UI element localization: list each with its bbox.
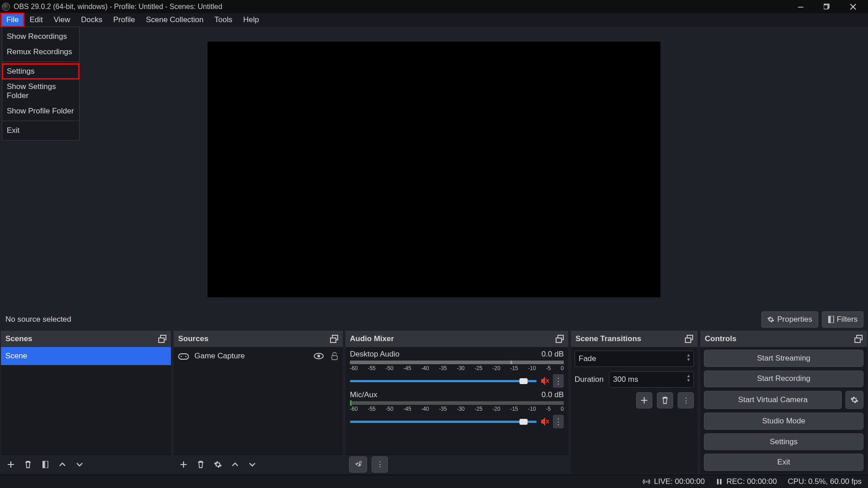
start-recording-button[interactable]: Start Recording <box>704 371 863 388</box>
audio-volume-slider[interactable] <box>350 380 537 382</box>
transition-properties-button[interactable]: ⋮ <box>678 392 694 408</box>
tick: -10 <box>528 365 536 371</box>
start-virtual-camera-button[interactable]: Start Virtual Camera <box>704 391 842 409</box>
virtual-camera-settings-button[interactable] <box>845 391 863 409</box>
audio-mixer-title: Audio Mixer <box>350 334 394 343</box>
tick: -20 <box>492 406 500 412</box>
audio-options-button[interactable]: ⋮ <box>553 374 564 388</box>
start-streaming-button[interactable]: Start Streaming <box>704 350 863 367</box>
file-show-recordings[interactable]: Show Recordings <box>2 29 79 44</box>
scenes-header[interactable]: Scenes <box>1 331 171 347</box>
menu-docks[interactable]: Docks <box>75 13 108 27</box>
close-button[interactable] <box>840 0 866 13</box>
studio-mode-button[interactable]: Studio Mode <box>704 413 863 430</box>
transition-duration-row: Duration 300 ms ▲▼ <box>575 371 694 388</box>
tick: -20 <box>492 365 500 371</box>
remove-source-button[interactable] <box>194 458 207 471</box>
preview-canvas[interactable] <box>208 42 660 297</box>
scene-item[interactable]: Scene <box>1 347 171 365</box>
mute-button[interactable] <box>540 417 549 426</box>
filters-icon <box>828 316 834 323</box>
move-scene-up-button[interactable] <box>56 458 69 471</box>
menu-tools[interactable]: Tools <box>209 13 238 27</box>
svg-rect-14 <box>332 356 337 360</box>
scene-filters-button[interactable] <box>39 458 52 471</box>
preview-area[interactable] <box>0 27 868 308</box>
add-source-button[interactable] <box>177 458 190 471</box>
svg-rect-6 <box>830 316 834 323</box>
audio-menu-button[interactable]: ⋮ <box>372 456 388 473</box>
filters-label: Filters <box>837 315 858 324</box>
file-show-profile-folder[interactable]: Show Profile Folder <box>2 103 79 119</box>
audio-ticks: -60-55-50-45-40-35-30-25-20-15-10-50 <box>350 365 564 371</box>
transition-select[interactable]: Fade ▲▼ <box>575 351 694 367</box>
remove-transition-button[interactable] <box>657 392 673 408</box>
popout-icon[interactable] <box>158 335 166 343</box>
tick: -55 <box>368 406 375 412</box>
svg-rect-8 <box>45 461 48 468</box>
add-scene-button[interactable] <box>5 458 17 471</box>
file-show-settings-folder[interactable]: Show Settings Folder <box>2 79 79 103</box>
move-source-down-button[interactable] <box>246 458 259 471</box>
popout-icon[interactable] <box>685 335 693 343</box>
controls-header[interactable]: Controls <box>700 331 867 347</box>
visibility-toggle[interactable] <box>314 352 324 360</box>
titlebar: OBS 29.0.2 (64-bit, windows) - Profile: … <box>0 0 868 13</box>
menu-help[interactable]: Help <box>238 13 264 27</box>
remove-scene-button[interactable] <box>22 458 34 471</box>
popout-icon[interactable] <box>330 335 338 343</box>
settings-button[interactable]: Settings <box>704 433 863 450</box>
source-item[interactable]: Game Capture <box>174 347 343 365</box>
move-source-up-button[interactable] <box>229 458 241 471</box>
transitions-header[interactable]: Scene Transitions <box>571 331 698 347</box>
svg-rect-18 <box>720 479 722 484</box>
file-remux-recordings[interactable]: Remux Recordings <box>2 44 79 60</box>
tick: -40 <box>421 365 429 371</box>
game-capture-icon <box>178 352 189 360</box>
menu-separator <box>2 61 79 62</box>
audio-advanced-button[interactable] <box>349 456 367 473</box>
audio-meter <box>350 361 564 364</box>
file-settings[interactable]: Settings <box>2 64 79 79</box>
menu-view[interactable]: View <box>48 13 76 27</box>
tick: -30 <box>457 365 464 371</box>
file-exit[interactable]: Exit <box>2 123 79 138</box>
scenes-footer <box>1 455 171 474</box>
tick: -5 <box>546 406 551 412</box>
scenes-list[interactable]: Scene <box>1 347 171 455</box>
minimize-button[interactable] <box>788 0 814 13</box>
sources-header[interactable]: Sources <box>174 331 343 347</box>
audio-options-button[interactable]: ⋮ <box>553 415 564 428</box>
main-area: No source selected Properties Filters <box>0 27 868 331</box>
sources-list[interactable]: Game Capture <box>174 347 343 455</box>
menu-edit[interactable]: Edit <box>24 13 48 27</box>
duration-input[interactable]: 300 ms ▲▼ <box>609 371 694 388</box>
menu-separator <box>2 121 79 121</box>
popout-icon[interactable] <box>854 335 863 343</box>
move-scene-down-button[interactable] <box>73 458 86 471</box>
svg-point-13 <box>317 355 320 357</box>
maximize-button[interactable] <box>814 0 840 13</box>
no-source-label: No source selected <box>5 315 71 324</box>
popout-icon[interactable] <box>556 335 564 343</box>
audio-channel-name: Mic/Aux <box>350 390 377 399</box>
audio-mixer-header[interactable]: Audio Mixer <box>345 331 568 347</box>
svg-point-11 <box>185 356 187 357</box>
pause-icon <box>716 478 723 485</box>
audio-volume-slider[interactable] <box>350 421 537 423</box>
menu-profile[interactable]: Profile <box>108 13 140 27</box>
audio-channel-db: 0.0 dB <box>542 350 564 359</box>
menu-scene-collection[interactable]: Scene Collection <box>141 13 209 27</box>
transitions-dock: Scene Transitions Fade ▲▼ Duration 300 m… <box>571 331 698 474</box>
exit-button[interactable]: Exit <box>704 454 863 471</box>
audio-channel-name: Desktop Audio <box>350 350 400 359</box>
properties-button[interactable]: Properties <box>761 311 818 328</box>
svg-point-16 <box>646 481 647 483</box>
add-transition-button[interactable] <box>636 392 652 408</box>
source-properties-button[interactable] <box>212 458 224 471</box>
tick: 0 <box>561 406 564 412</box>
menu-file[interactable]: File <box>1 13 24 27</box>
filters-button[interactable]: Filters <box>822 311 863 328</box>
lock-toggle[interactable] <box>331 352 338 360</box>
mute-button[interactable] <box>540 376 549 385</box>
